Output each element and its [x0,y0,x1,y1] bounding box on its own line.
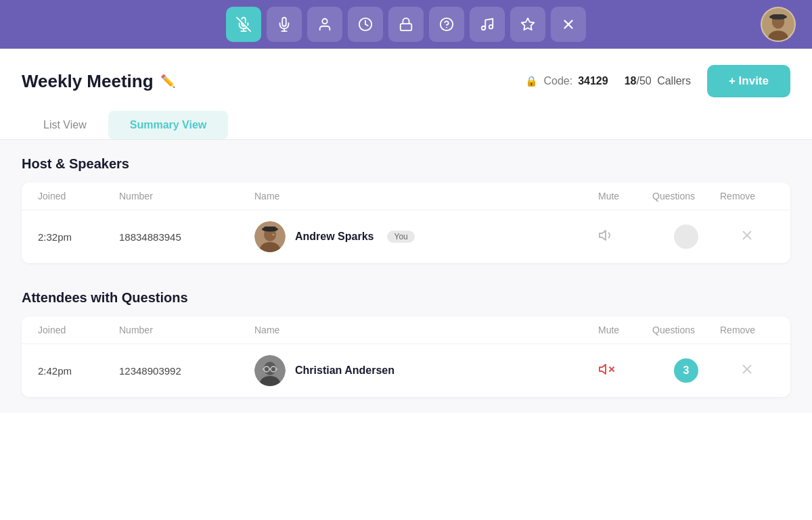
hosts-col-number: Number [119,191,254,202]
attendees-col-name: Name [254,325,598,335]
callers-info: 18/50 Callers [625,75,691,87]
code-label: Code: [543,75,572,87]
close-button[interactable] [551,7,586,42]
attendees-title: Attendees with Questions [22,290,790,306]
remove-button[interactable] [740,228,754,246]
svg-marker-12 [522,18,534,30]
you-badge: You [387,231,414,243]
table-row: 2:42pm 12348903992 [22,344,790,397]
header-section: Weekly Meeting ✏️ 🔒 Code: 34129 18/50 Ca… [0,49,812,139]
avatar [254,355,286,386]
svg-marker-37 [600,364,606,374]
svg-rect-24 [264,227,276,231]
tabs-row: List View Summary View [22,111,790,139]
svg-point-25 [272,234,275,236]
participant-name: Christian Andersen [295,364,394,377]
hosts-table: Joined Number Name Mute Questions Remove… [22,183,790,263]
row-time: 2:42pm [38,365,119,377]
row-time: 2:32pm [38,231,119,243]
hosts-title: Host & Speakers [22,156,790,172]
question-button[interactable] [429,7,464,42]
svg-marker-26 [600,231,606,240]
svg-point-10 [482,26,486,30]
svg-point-11 [489,25,493,28]
attendees-col-mute: Mute [598,325,652,335]
music-button[interactable] [470,7,505,42]
attendees-table-header: Joined Number Name Mute Questions Remove [22,316,790,344]
invite-button[interactable]: + Invite [707,65,790,97]
code-value: 34129 [578,75,608,87]
volume-icon[interactable] [598,227,614,247]
code-info: 🔒 Code: 34129 [525,75,608,87]
row-number: 12348903992 [119,365,254,377]
hosts-col-name: Name [254,191,598,202]
attendees-table: Joined Number Name Mute Questions Remove… [22,316,790,397]
callers-count: 18 [625,75,637,87]
row-name-cell: Christian Andersen [254,355,598,386]
hosts-col-mute: Mute [598,191,652,202]
mute-icon[interactable] [598,361,614,381]
avatar [254,221,286,252]
topbar [0,0,812,49]
mute-cell [598,227,652,247]
star-button[interactable] [510,7,545,42]
remove-cell[interactable] [720,362,774,380]
callers-label: Callers [657,75,691,87]
svg-point-30 [264,362,276,375]
attendees-col-joined: Joined [38,325,119,335]
questions-cell [652,224,720,249]
svg-point-5 [322,19,327,24]
edit-icon[interactable]: ✏️ [160,74,175,89]
person-button[interactable] [307,7,342,42]
lock-button[interactable] [388,7,424,42]
attendees-col-remove: Remove [720,325,774,335]
hosts-col-remove: Remove [720,191,774,202]
callers-max: 50 [639,75,652,87]
hosts-section: Host & Speakers Joined Number Name Mute … [0,140,812,279]
main-content: Weekly Meeting ✏️ 🔒 Code: 34129 18/50 Ca… [0,49,812,520]
row-name-cell: Andrew Sparks You [254,221,598,252]
row-number: 18834883945 [119,231,254,243]
svg-rect-19 [772,14,784,19]
meeting-title: Weekly Meeting [22,71,154,92]
table-row: 2:32pm 18834883945 Andrew Sparks [22,210,790,263]
clock-button[interactable] [348,7,383,42]
remove-button[interactable] [740,362,754,380]
tab-summary-view[interactable]: Summary View [108,111,229,139]
svg-rect-7 [401,24,412,30]
header-row: Weekly Meeting ✏️ 🔒 Code: 34129 18/50 Ca… [22,65,790,97]
hosts-col-questions: Questions [652,191,720,202]
microphone-button[interactable] [267,7,302,42]
mute-button[interactable] [226,7,261,42]
user-avatar-topbar[interactable] [761,7,796,42]
attendees-col-questions: Questions [652,325,720,335]
attendees-section: Attendees with Questions Joined Number N… [0,279,812,413]
attendees-col-number: Number [119,325,254,335]
remove-cell[interactable] [720,228,774,246]
meeting-title-row: Weekly Meeting ✏️ [22,71,175,92]
header-right: 🔒 Code: 34129 18/50 Callers + Invite [525,65,790,97]
participant-name: Andrew Sparks [295,231,374,243]
hosts-col-joined: Joined [38,191,119,202]
questions-empty [674,224,698,249]
questions-badge: 3 [674,358,698,383]
topbar-icons [226,7,586,42]
lock-icon: 🔒 [525,75,538,87]
hosts-table-header: Joined Number Name Mute Questions Remove [22,183,790,210]
questions-cell: 3 [652,358,720,383]
mute-cell [598,361,652,381]
tab-list-view[interactable]: List View [22,111,108,139]
